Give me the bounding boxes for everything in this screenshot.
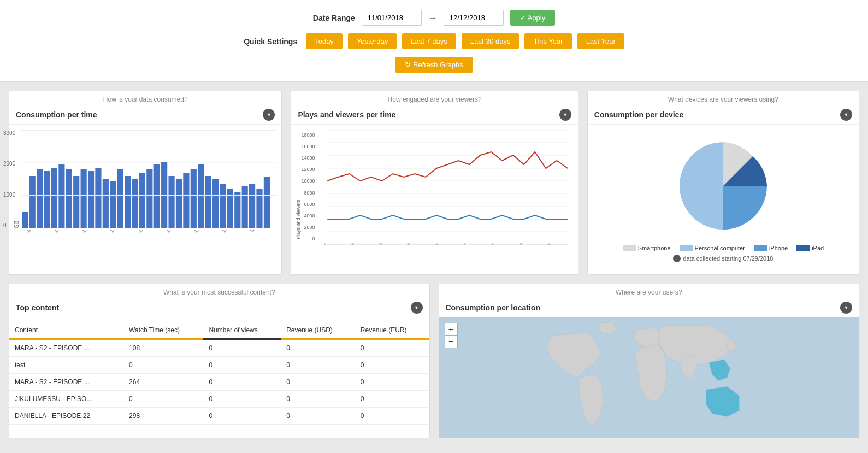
date-from-input[interactable] (362, 10, 422, 26)
table-cell: JIKULUMESSU - EPISO... (9, 391, 123, 408)
quick-yesterday-button[interactable]: Yesterday (348, 33, 397, 49)
legend-pc-label: Personal computer (695, 245, 745, 251)
svg-rect-19 (132, 179, 138, 228)
svg-rect-28 (198, 164, 204, 228)
legend-iphone-label: iPhone (769, 245, 788, 251)
table-cell: 0 (281, 339, 355, 357)
plays-y-axis-label: Plays and viewers (296, 130, 301, 239)
consumption-dropdown-icon[interactable] (263, 109, 275, 121)
svg-rect-6 (37, 169, 43, 228)
col-content: Content (9, 322, 123, 339)
svg-rect-34 (242, 186, 248, 228)
table-cell: 0 (281, 391, 355, 408)
consumption-chart-area: GB 3000 2000 1000 0 (9, 125, 281, 262)
quick-today-button[interactable]: Today (306, 33, 343, 49)
svg-rect-18 (125, 176, 131, 228)
table-body: MARA - S2 - EPISODE ...108000test0000MAR… (9, 339, 429, 425)
quick-settings-row: Quick Settings Today Yesterday Last 7 da… (244, 33, 624, 49)
legend-iphone: iPhone (754, 245, 788, 251)
location-dropdown-icon[interactable] (840, 302, 852, 314)
svg-rect-5 (29, 176, 36, 228)
quick-7days-button[interactable]: Last 7 days (402, 33, 456, 49)
legend-iphone-color (754, 245, 767, 251)
top-content-dropdown-icon[interactable] (411, 302, 423, 314)
table-header-row: Content Watch Time (sec) Number of views… (9, 322, 429, 339)
plays-panel: How engaged are your viewers? Plays and … (291, 91, 578, 275)
device-header: Consumption per device (588, 104, 859, 125)
col-revenue-usd: Revenue (USD) (281, 322, 355, 339)
plays-dropdown-icon[interactable] (559, 109, 571, 121)
svg-rect-9 (58, 164, 64, 228)
charts-row: How is your data consumed? Consumption p… (9, 91, 859, 275)
consumption-subtitle: How is your data consumed? (9, 91, 281, 104)
location-panel: Where are your users? Consumption per lo… (439, 284, 860, 438)
consumption-panel: How is your data consumed? Consumption p… (9, 91, 282, 275)
consumption-x-labels: 10/31 5:00 pm 11/05 4:00 pm 11/10 4:00 p… (14, 230, 277, 257)
quick-thisyear-button[interactable]: This Year (524, 33, 571, 49)
date-to-input[interactable] (444, 10, 504, 26)
refresh-button[interactable]: ↻ Refresh Graphs (395, 57, 473, 73)
table-cell: 0 (203, 408, 281, 425)
col-watchtime: Watch Time (sec) (123, 322, 203, 339)
svg-rect-20 (139, 173, 145, 228)
svg-rect-10 (66, 169, 72, 228)
refresh-row: ↻ Refresh Graphs (395, 57, 473, 73)
svg-rect-15 (103, 179, 109, 228)
apply-button[interactable]: ✓ Apply (510, 10, 555, 26)
table-cell: 298 (123, 408, 203, 425)
controls-section: Date Range → ✓ Apply Quick Settings Toda… (0, 0, 868, 82)
consumption-y-labels: 3000 2000 1000 0 (3, 130, 15, 228)
world-map-svg (439, 317, 859, 438)
content-table: Content Watch Time (sec) Number of views… (9, 322, 429, 425)
svg-rect-21 (146, 169, 152, 228)
arrow-icon: → (428, 13, 437, 23)
table-cell: DANIELLA - EPISODE 22 (9, 408, 123, 425)
svg-rect-31 (220, 184, 226, 228)
table-cell: 0 (203, 374, 281, 391)
svg-rect-33 (234, 192, 240, 228)
map-zoom-out-button[interactable]: − (445, 336, 457, 348)
table-row: MARA - S2 - EPISODE ...108000 (9, 339, 429, 357)
col-revenue-eur: Revenue (EUR) (355, 322, 429, 339)
plays-line-svg (322, 130, 573, 245)
table-row: test0000 (9, 357, 429, 374)
plays-x-labels: 10/31 5:00 pm 11/05 4:00 pm 11/10 4:00 p… (296, 243, 573, 270)
plays-y-labels: 18000 16000 14000 12000 10000 8000 6000 … (301, 132, 315, 242)
device-panel: What devices are your viewers using? Con… (587, 91, 859, 275)
table-cell: 0 (355, 391, 429, 408)
consumption-bar-svg (21, 130, 277, 228)
quick-lastyear-button[interactable]: Last Year (577, 33, 624, 49)
quick-30days-button[interactable]: Last 30 days (462, 33, 519, 49)
svg-rect-4 (22, 212, 28, 228)
table-cell: 0 (355, 374, 429, 391)
svg-rect-30 (212, 179, 219, 228)
table-row: DANIELLA - EPISODE 22298000 (9, 408, 429, 425)
svg-rect-24 (168, 176, 174, 228)
table-cell: 0 (355, 408, 429, 425)
top-content-panel: What is your most successful content? To… (9, 284, 430, 438)
svg-rect-26 (183, 173, 189, 228)
info-icon: i (673, 255, 681, 262)
table-cell: 0 (203, 357, 281, 374)
table-cell: 264 (123, 374, 203, 391)
dashboard: How is your data consumed? Consumption p… (0, 82, 868, 447)
plays-title: Plays and viewers per time (298, 110, 395, 119)
date-range-row: Date Range → ✓ Apply (313, 10, 555, 26)
location-header: Consumption per location (439, 297, 859, 317)
map-zoom-in-button[interactable]: + (445, 323, 457, 336)
quick-settings-label: Quick Settings (244, 37, 297, 46)
device-note-text: data collected starting 07/29/2018 (683, 255, 773, 262)
legend-ipad-color (796, 245, 810, 251)
svg-rect-17 (117, 169, 123, 228)
svg-rect-7 (44, 171, 50, 228)
table-cell: 0 (281, 374, 355, 391)
consumption-header: Consumption per time (9, 104, 281, 125)
legend-pc: Personal computer (680, 245, 745, 251)
svg-rect-14 (95, 168, 101, 228)
top-content-subtitle: What is your most successful content? (9, 284, 429, 297)
svg-rect-37 (264, 177, 270, 228)
table-row: JIKULUMESSU - EPISO...0000 (9, 391, 429, 408)
svg-rect-32 (227, 189, 233, 228)
device-dropdown-icon[interactable] (840, 109, 852, 121)
table-cell: 0 (355, 357, 429, 374)
